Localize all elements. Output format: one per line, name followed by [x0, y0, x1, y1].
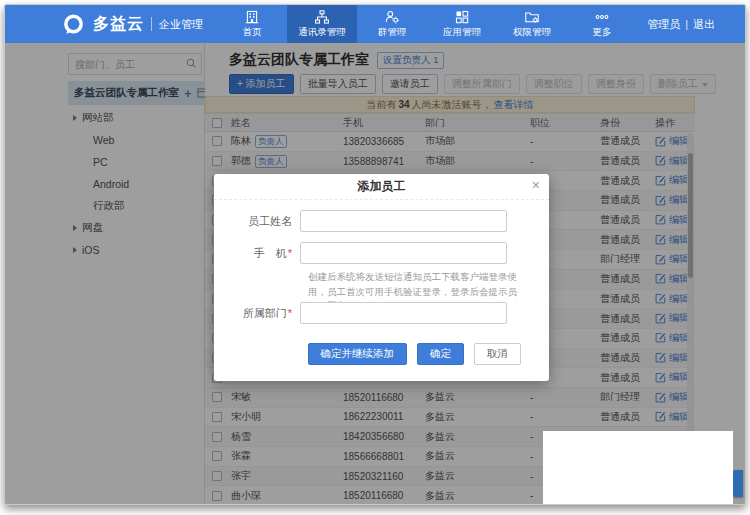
app-logo: 多益云 企业管理: [5, 5, 217, 43]
nav-contacts[interactable]: 通讯录管理: [287, 5, 357, 43]
apps-grid-icon: [454, 9, 470, 25]
user-area: 管理员 | 退出: [647, 5, 745, 43]
department-field-row: 所属部门*: [214, 302, 549, 324]
add-employee-modal: 添加员工 × 员工姓名 手 机* 创建后系统将发送短信通知员工下载客户端登录使用…: [214, 174, 549, 381]
top-nav-bar: 多益云 企业管理 首页: [5, 5, 745, 43]
user-name[interactable]: 管理员: [647, 17, 680, 32]
name-field-row: 员工姓名: [214, 210, 549, 232]
nav-more-label: 更多: [593, 26, 612, 39]
logo-bubble-icon: [61, 12, 86, 37]
modal-buttons: 确定并继续添加 确定 取消: [308, 343, 522, 365]
logo-divider: [151, 17, 152, 31]
nav-groups[interactable]: 群管理: [357, 5, 427, 43]
group-gear-icon: [384, 9, 400, 25]
nav-permissions[interactable]: 权限管理: [497, 5, 567, 43]
folder-gear-icon: [524, 9, 540, 25]
phone-field-row: 手 机*: [214, 242, 549, 264]
more-dots-icon: [594, 9, 610, 25]
org-chart-icon: [314, 9, 330, 25]
nav-apps-label: 应用管理: [443, 26, 481, 39]
phone-input[interactable]: [300, 242, 507, 264]
app-window: 多益云 企业管理 首页: [4, 4, 746, 505]
modal-title: 添加员工: [358, 178, 406, 195]
phone-field-label: 手 机*: [214, 246, 300, 261]
department-field-label: 所属部门*: [214, 306, 300, 321]
nav-home[interactable]: 首页: [217, 5, 287, 43]
confirm-and-continue-button[interactable]: 确定并继续添加: [308, 343, 408, 365]
department-input[interactable]: [300, 302, 507, 324]
modal-header: 添加员工 ×: [214, 174, 549, 200]
nav-home-label: 首页: [243, 26, 262, 39]
logo-text: 多益云: [93, 14, 144, 35]
employee-name-input[interactable]: [300, 210, 507, 232]
confirm-button[interactable]: 确定: [417, 343, 464, 365]
cancel-button[interactable]: 取消: [474, 343, 521, 365]
nav-more[interactable]: 更多: [567, 5, 637, 43]
redacted-area: [543, 431, 733, 505]
nav-permissions-label: 权限管理: [513, 26, 551, 39]
side-tab[interactable]: [733, 470, 743, 497]
user-divider: |: [685, 18, 688, 30]
home-icon: [244, 9, 260, 25]
main-nav: 首页 通讯录管理: [217, 5, 637, 43]
logo-subtitle: 企业管理: [159, 17, 203, 32]
close-icon[interactable]: ×: [532, 178, 540, 192]
name-field-label: 员工姓名: [214, 214, 300, 229]
logout-link[interactable]: 退出: [693, 17, 715, 32]
nav-apps[interactable]: 应用管理: [427, 5, 497, 43]
nav-contacts-label: 通讯录管理: [298, 26, 346, 39]
nav-groups-label: 群管理: [378, 26, 407, 39]
